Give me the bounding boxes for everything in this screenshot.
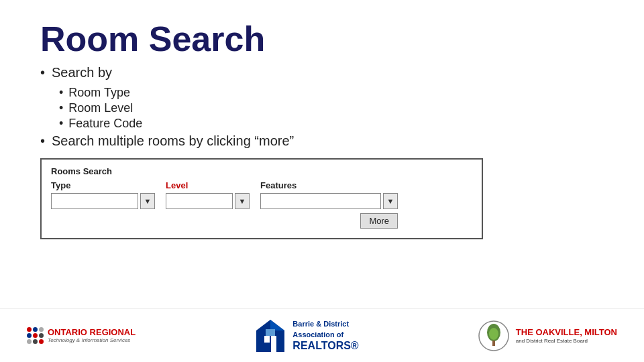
barrie-line2: Association of — [292, 330, 358, 340]
oakville-logo: The Oakville, Milton and District Real E… — [477, 319, 617, 353]
oakville-icon — [477, 319, 511, 353]
sub-bullet-room-type: Room Type — [59, 86, 604, 100]
level-label: Level — [166, 180, 250, 190]
more-button[interactable]: More — [360, 213, 398, 229]
rooms-search-title: Rooms Search — [51, 166, 472, 176]
svg-rect-8 — [492, 341, 495, 346]
dot-gray-2 — [27, 339, 32, 344]
type-input[interactable] — [51, 193, 138, 209]
dot-dark-1 — [39, 333, 44, 338]
oakville-line1: The Oakville, Milton — [516, 327, 617, 338]
ontario-regional-logo: ONTARIO REGIONAL Technology & Informatio… — [27, 327, 136, 344]
rooms-search-fields: Type ▼ Level ▼ Features ▼ Mor — [51, 180, 472, 229]
ontario-logo-dots — [27, 327, 44, 344]
dot-red-1 — [27, 327, 32, 332]
svg-rect-3 — [271, 336, 276, 352]
ontario-name: ONTARIO REGIONAL — [48, 328, 136, 337]
main-content: Room Search Search by Room Type Room Lev… — [0, 0, 644, 253]
type-field-group: Type ▼ — [51, 180, 155, 209]
dot-blue-2 — [27, 333, 32, 338]
features-dropdown-arrow[interactable]: ▼ — [383, 193, 398, 209]
type-label: Type — [51, 180, 155, 190]
main-bullet-list: Search by — [40, 65, 604, 80]
svg-point-7 — [489, 328, 498, 340]
features-input[interactable] — [260, 193, 381, 209]
level-input[interactable] — [166, 193, 233, 209]
svg-marker-4 — [266, 329, 275, 336]
sub-bullet-list: Room Type Room Level Feature Code — [59, 86, 604, 131]
features-field-row: ▼ — [260, 193, 398, 209]
svg-rect-2 — [264, 336, 270, 343]
bullet-search-multiple: Search multiple rooms by clicking “more” — [40, 133, 604, 149]
oakville-text-group: The Oakville, Milton and District Real E… — [516, 327, 617, 344]
dot-red-2 — [33, 333, 38, 338]
features-field-group: Features ▼ More — [260, 180, 398, 229]
barrie-realtors: REALTORS® — [292, 340, 358, 352]
barrie-text-group: Barrie & District Association of REALTOR… — [292, 319, 358, 352]
footer-bar: ONTARIO REGIONAL Technology & Informatio… — [0, 308, 644, 362]
oakville-line2: and District Real Estate Board — [516, 338, 617, 344]
bullet-search-by: Search by — [40, 65, 604, 80]
dot-dark-2 — [33, 339, 38, 344]
dot-red-3 — [39, 339, 44, 344]
rooms-search-box: Rooms Search Type ▼ Level ▼ Features — [40, 158, 483, 239]
dot-gray-1 — [39, 327, 44, 332]
features-label: Features — [260, 180, 398, 190]
level-field-group: Level ▼ — [166, 180, 250, 209]
level-dropdown-arrow[interactable]: ▼ — [235, 193, 250, 209]
svg-marker-1 — [270, 320, 284, 330]
barrie-logo: Barrie & District Association of REALTOR… — [254, 317, 358, 355]
type-field-row: ▼ — [51, 193, 155, 209]
barrie-line1: Barrie & District — [292, 319, 358, 329]
ontario-text-group: ONTARIO REGIONAL Technology & Informatio… — [48, 328, 136, 343]
sub-bullet-feature-code: Feature Code — [59, 117, 604, 131]
ontario-sub: Technology & Information Services — [48, 337, 136, 343]
page-title: Room Search — [40, 20, 604, 58]
level-field-row: ▼ — [166, 193, 250, 209]
sub-bullet-room-level: Room Level — [59, 101, 604, 115]
dot-blue-1 — [33, 327, 38, 332]
barrie-icon — [254, 317, 287, 355]
type-dropdown-arrow[interactable]: ▼ — [140, 193, 155, 209]
